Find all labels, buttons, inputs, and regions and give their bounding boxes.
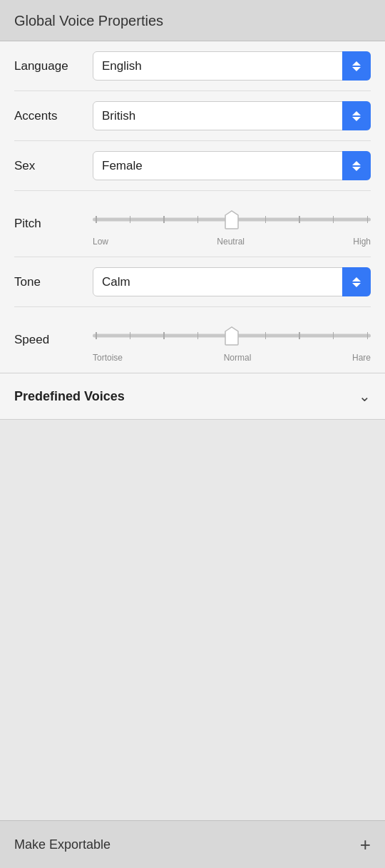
empty-area: [0, 420, 385, 820]
sex-select-wrapper: Female Male: [93, 151, 371, 180]
pitch-label: Pitch: [14, 217, 93, 231]
tone-select-wrapper: Calm Excited Sad Angry Neutral: [93, 267, 371, 296]
pitch-low-label: Low: [93, 237, 108, 247]
pitch-high-label: High: [353, 237, 371, 247]
pitch-thumb[interactable]: [224, 210, 240, 229]
predefined-chevron-icon: ⌄: [359, 388, 371, 405]
footer-bar: Make Exportable +: [0, 820, 385, 868]
sex-label: Sex: [14, 159, 93, 173]
tick-7: [299, 216, 300, 223]
accents-label: Accents: [14, 109, 93, 123]
speed-control: Tortoise Normal Hare: [93, 317, 371, 363]
title-bar: Global Voice Properties: [0, 0, 385, 41]
sex-row: Sex Female Male: [14, 141, 371, 191]
predefined-title: Predefined Voices: [14, 389, 125, 404]
speed-slider-labels: Tortoise Normal Hare: [93, 353, 371, 363]
plus-icon[interactable]: +: [360, 835, 371, 854]
tick-6: [265, 332, 267, 339]
pitch-slider-labels: Low Neutral High: [93, 237, 371, 247]
speed-thumb-shape: [224, 326, 240, 346]
speed-thumb[interactable]: [224, 326, 240, 346]
tone-row: Tone Calm Excited Sad Angry Neutral: [14, 257, 371, 307]
speed-normal-label: Normal: [224, 353, 252, 363]
predefined-section: Predefined Voices ⌄: [0, 373, 385, 420]
pitch-slider-wrapper: Low Neutral High: [93, 201, 371, 247]
predefined-header[interactable]: Predefined Voices ⌄: [0, 373, 385, 419]
speed-slider-wrapper: Tortoise Normal Hare: [93, 317, 371, 363]
accents-row: Accents British American Australian Iris…: [14, 91, 371, 141]
pitch-slider-container: [93, 205, 371, 234]
speed-label: Speed: [14, 333, 93, 347]
accents-control: British American Australian Irish: [93, 101, 371, 130]
tick-4: [197, 216, 199, 223]
tick-3: [163, 216, 165, 223]
tone-select[interactable]: Calm Excited Sad Angry Neutral: [93, 267, 371, 296]
language-select[interactable]: English French Spanish German: [93, 51, 371, 81]
pitch-thumb-shape: [224, 210, 240, 229]
speed-slider-container: [93, 321, 371, 350]
tone-control: Calm Excited Sad Angry Neutral: [93, 267, 371, 296]
language-label: Language: [14, 59, 93, 73]
sex-select[interactable]: Female Male: [93, 151, 371, 180]
tick-4: [197, 332, 199, 339]
tick-9: [367, 332, 369, 339]
footer-label: Make Exportable: [14, 837, 111, 852]
tick-8: [333, 332, 334, 339]
language-row: Language English French Spanish German: [14, 41, 371, 91]
language-select-wrapper: English French Spanish German: [93, 51, 371, 81]
tick-2: [130, 216, 131, 223]
tick-8: [333, 216, 334, 223]
settings-panel: Language English French Spanish German A…: [0, 41, 385, 373]
sex-control: Female Male: [93, 151, 371, 180]
tick-1: [96, 332, 97, 339]
tick-6: [265, 216, 267, 223]
tone-label: Tone: [14, 275, 93, 289]
accents-select-wrapper: British American Australian Irish: [93, 101, 371, 130]
tick-1: [96, 216, 97, 223]
pitch-neutral-label: Neutral: [217, 237, 245, 247]
pitch-control: Low Neutral High: [93, 201, 371, 247]
page-title: Global Voice Properties: [14, 13, 371, 29]
accents-select[interactable]: British American Australian Irish: [93, 101, 371, 130]
speed-row: Speed: [14, 307, 371, 373]
tick-7: [299, 332, 300, 339]
speed-tortoise-label: Tortoise: [93, 353, 123, 363]
speed-hare-label: Hare: [352, 353, 371, 363]
tick-9: [367, 216, 369, 223]
pitch-row: Pitch: [14, 191, 371, 257]
tick-3: [163, 332, 165, 339]
tick-2: [130, 332, 131, 339]
language-control: English French Spanish German: [93, 51, 371, 81]
